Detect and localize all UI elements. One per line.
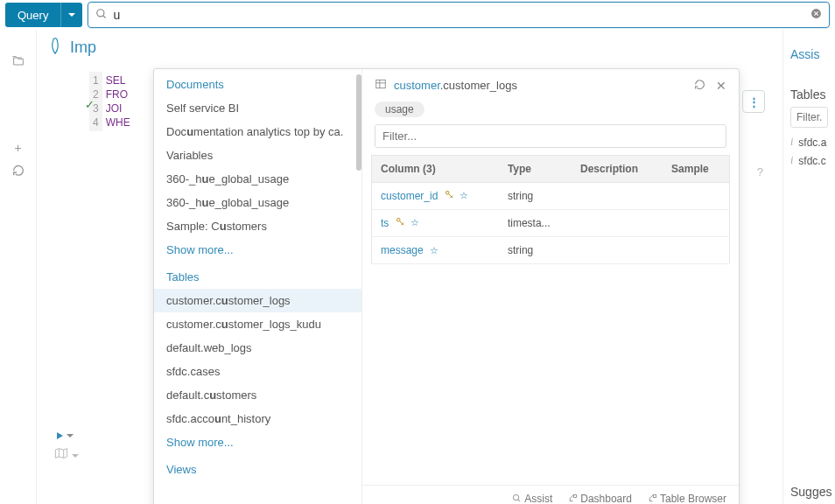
assist-filter-input[interactable] [790,107,828,128]
column-name[interactable]: customer_id [381,190,438,202]
column-type: string [499,183,572,210]
assist-table-item[interactable]: isfdc.c [790,151,828,170]
table-icon [375,78,387,93]
column-filter-input[interactable] [375,124,726,148]
footer-assist[interactable]: Assist [512,493,552,504]
assist-table-item[interactable]: isfdc.a [790,133,828,151]
assist-panel: Assis Tables isfdc.a isfdc.c Sugges No o… [782,30,835,504]
footer-table-browser[interactable]: Table Browser [648,493,726,504]
col-header-sample[interactable]: Sample [663,156,729,183]
svg-point-8 [514,494,519,500]
autocomplete-dropdown: Documents Self service BI Documentation … [153,68,740,504]
left-toolbar: + [0,30,37,504]
scroll-thumb[interactable] [356,74,361,171]
doc-item[interactable]: Documentation analytics top by ca. [154,120,361,144]
validate-ok-icon: ✓ [85,98,95,111]
editor-area: Imp ✓ 1234 SEL FRO JOI WHE [37,30,782,504]
table-item[interactable]: sfdc.account_history [154,407,361,430]
preview-close-icon[interactable]: ✕ [716,79,726,93]
svg-rect-3 [376,80,386,88]
assist-link[interactable]: Assis [790,47,828,61]
search-icon [95,8,108,23]
doc-item[interactable]: 360-_hue_global_usage [154,167,361,191]
column-row[interactable]: message ☆string [372,237,730,264]
kebab-menu-button[interactable]: ⋮ [742,90,765,113]
suggest-header: Sugges [790,485,828,499]
col-header-type[interactable]: Type [499,156,572,183]
global-search[interactable] [88,2,830,28]
section-documents: Documents [154,69,361,96]
search-clear-icon[interactable] [810,8,822,22]
section-views: Views [154,454,361,481]
table-item[interactable]: sfdc.cases [154,360,361,383]
star-icon[interactable]: ☆ [430,245,439,256]
query-button[interactable]: Query [5,3,60,27]
refresh-icon[interactable] [11,164,25,180]
svg-line-1 [103,15,106,18]
preview-footer: Assist Dashboard Table Browser [362,485,739,504]
query-dropdown-caret[interactable] [60,3,82,27]
help-icon[interactable]: ? [757,165,763,178]
tag[interactable]: usage [375,102,425,117]
preview-db: customer [394,79,440,92]
add-icon[interactable]: + [14,141,21,155]
doc-item[interactable]: Variables [154,144,361,167]
preview-panel: customer.customer_logs ✕ usage Column (3… [362,69,739,504]
section-tables: Tables [154,262,361,289]
table-item[interactable]: default.customers [154,383,361,407]
table-item[interactable]: default.web_logs [154,336,361,360]
show-more-tables[interactable]: Show more... [154,430,361,454]
svg-point-6 [446,191,449,194]
star-icon[interactable]: ☆ [460,190,468,201]
svg-point-0 [97,9,104,16]
footer-dashboard[interactable]: Dashboard [568,493,632,504]
impala-icon [47,38,63,58]
doc-item[interactable]: 360-_hue_global_usage [154,191,361,214]
table-item[interactable]: customer.customer_logs [154,289,361,312]
column-name[interactable]: message [381,244,424,256]
col-header-description[interactable]: Description [572,156,663,183]
column-row[interactable]: ts ☆timesta... [372,210,730,237]
star-icon[interactable]: ☆ [410,217,419,228]
show-more-documents[interactable]: Show more... [154,238,361,262]
files-icon[interactable] [11,54,25,71]
column-name[interactable]: ts [381,217,389,229]
editor-tab-label[interactable]: Imp [70,38,96,57]
column-row[interactable]: customer_id ☆string [372,183,730,210]
search-input[interactable] [113,8,804,22]
doc-item[interactable]: Self service BI [154,96,361,120]
svg-line-9 [518,500,520,501]
scrollbar[interactable] [356,74,361,504]
info-icon: i [790,154,793,167]
table-item[interactable]: customer.customer_logs_kudu [154,312,361,336]
col-header-column[interactable]: Column (3) [372,156,499,183]
code-lines: SEL FRO JOI WHE [102,72,134,131]
map-icon[interactable] [54,447,79,462]
suggestion-list: Documents Self service BI Documentation … [154,69,362,504]
doc-item[interactable]: Sample: Customers [154,214,361,238]
tables-header: Tables [790,88,828,102]
preview-table: .customer_logs [440,79,517,92]
column-type: string [499,237,572,264]
key-icon [445,190,454,201]
preview-refresh-icon[interactable] [694,79,705,93]
info-icon: i [790,136,793,149]
svg-point-7 [396,218,400,221]
column-type: timesta... [499,210,572,237]
key-icon [396,217,405,228]
run-button[interactable] [54,429,79,442]
query-button-label: Query [18,9,48,22]
query-split-button[interactable]: Query [5,3,82,27]
columns-table: Column (3) Type Description Sample custo… [371,155,730,264]
